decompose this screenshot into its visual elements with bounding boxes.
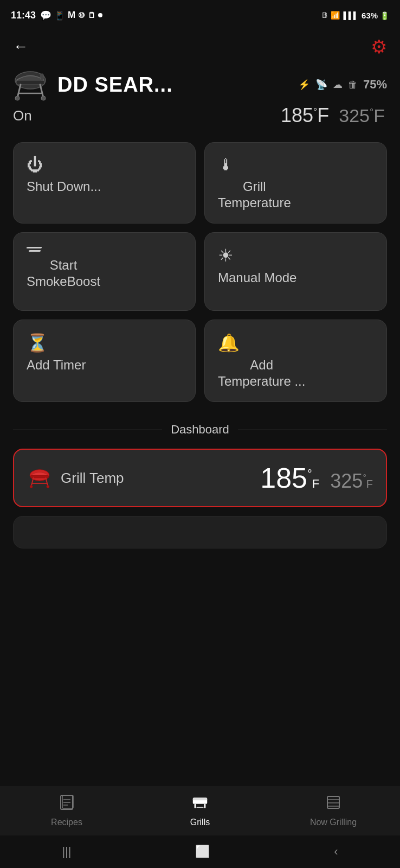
power-icon: ⏻: [27, 157, 43, 173]
settings-gear-icon[interactable]: ⚙: [371, 36, 387, 58]
divider-right: [238, 430, 387, 430]
device-current-temp: 185°F: [281, 104, 334, 126]
nav-item-grills[interactable]: Grills: [133, 794, 267, 827]
status-time-area: 11:43 💬 📱 M ⑩ 🗒: [11, 10, 102, 21]
svg-rect-22: [204, 804, 206, 808]
partial-dashboard-card: [13, 516, 387, 548]
sun-icon: ☀: [218, 247, 234, 264]
add-temperature-label: AddTemperature ...: [218, 357, 305, 390]
manual-mode-label: Manual Mode: [218, 270, 296, 286]
device-top-row: DD SEAR... ⚡ 📡 ☁ 🗑 75%: [11, 68, 387, 101]
grill-image-icon: [11, 68, 50, 101]
device-bluetooth-icon: ⚡: [298, 79, 310, 91]
time-display: 11:43: [11, 10, 36, 21]
android-home-button[interactable]: ⬜: [195, 845, 210, 859]
dashboard-title[interactable]: Dashboard: [171, 423, 229, 437]
battery-display: 63% 🔋: [362, 11, 389, 20]
add-temperature-button[interactable]: 🔔 AddTemperature ...: [204, 320, 387, 402]
nav-item-now-grilling[interactable]: Now Grilling: [267, 794, 400, 827]
grill-temp-name-label: Grill Temp: [61, 470, 124, 487]
device-pellet-icon: 🗑: [348, 79, 358, 91]
pellet-percentage: 75%: [363, 78, 387, 92]
device-cloud-icon: ☁: [333, 79, 343, 91]
grill-set-temp-value: 325°F: [330, 470, 373, 493]
nav-item-recipes[interactable]: Recipes: [0, 794, 133, 827]
grill-current-temp-value: 185°F: [260, 462, 319, 494]
device-status-row: On 185°F 325°F: [11, 104, 387, 127]
grill-temperature-label: GrillTemperature: [218, 178, 291, 211]
device-wifi-icon: 📡: [315, 79, 327, 91]
device-set-temp: 325°F: [339, 105, 385, 126]
manual-mode-button[interactable]: ☀ Manual Mode: [204, 232, 387, 311]
cellular-icon: ▌▌▌: [343, 11, 358, 20]
svg-line-3: [40, 85, 43, 98]
wifi-signal-icon: 📶: [331, 11, 340, 20]
svg-rect-21: [195, 804, 196, 808]
add-timer-button[interactable]: ⏳ Add Timer: [13, 320, 196, 402]
grill-temperature-button[interactable]: 🌡 GrillTemperature: [204, 142, 387, 224]
status-bar: 11:43 💬 📱 M ⑩ 🗒 𝔹 📶 ▌▌▌ 63% 🔋: [0, 0, 400, 28]
svg-point-13: [30, 485, 33, 488]
dashboard-section: Dashboard Grill Temp 185°F: [0, 423, 400, 548]
shut-down-button[interactable]: ⏻ Shut Down...: [13, 142, 196, 224]
status-right-icons: 𝔹 📶 ▌▌▌ 63% 🔋: [322, 11, 389, 20]
grill-temp-left: Grill Temp: [27, 467, 124, 489]
bell-icon: 🔔: [218, 334, 240, 352]
now-grilling-nav-icon: [325, 794, 341, 814]
grill-temp-card[interactable]: Grill Temp 185°F 325°F: [13, 449, 387, 507]
svg-point-5: [15, 96, 20, 100]
nav-header: ← ⚙: [0, 28, 400, 63]
svg-rect-7: [41, 74, 43, 80]
device-power-status: On: [13, 107, 32, 124]
recipes-nav-icon: [59, 794, 75, 814]
android-navigation-bar: ||| ⬜ ‹: [0, 835, 400, 868]
grill-temp-value-display: 185°F 325°F: [260, 462, 373, 494]
svg-line-11: [46, 478, 48, 486]
add-timer-label: Add Timer: [27, 357, 86, 373]
svg-rect-24: [196, 807, 203, 808]
divider-left: [13, 430, 162, 430]
android-back-button[interactable]: ‹: [334, 845, 338, 859]
thermometer-icon: 🌡: [218, 157, 234, 173]
grill-temp-icon: [27, 467, 52, 489]
dot-indicator: [98, 13, 102, 17]
shut-down-label: Shut Down...: [27, 178, 101, 195]
svg-point-14: [47, 485, 49, 488]
device-name-label: DD SEAR...: [57, 73, 291, 97]
dashboard-divider: Dashboard: [13, 423, 387, 437]
now-grilling-nav-label: Now Grilling: [310, 818, 357, 827]
battery-icon: 🔋: [380, 11, 389, 20]
bluetooth-icon: 𝔹: [322, 11, 327, 20]
svg-line-2: [17, 85, 21, 98]
svg-rect-16: [62, 795, 73, 808]
grills-nav-icon: [191, 794, 209, 814]
notification-icons: 💬 📱 M ⑩ 🗒: [40, 10, 102, 21]
device-connectivity-icons: ⚡ 📡 ☁ 🗑 75%: [298, 78, 387, 92]
battery-pct: 63%: [362, 11, 378, 20]
svg-line-10: [31, 478, 34, 486]
smoke-icon: [27, 247, 42, 252]
control-grid: ⏻ Shut Down... 🌡 GrillTemperature StartS…: [0, 127, 400, 407]
back-button[interactable]: ←: [13, 38, 28, 55]
device-header: DD SEAR... ⚡ 📡 ☁ 🗑 75% On 185°F 325°F: [0, 63, 400, 127]
device-temperature-display: 185°F 325°F: [281, 104, 385, 127]
svg-point-6: [41, 96, 46, 100]
smokeboost-label: StartSmokeBoost: [27, 257, 100, 290]
grills-nav-label: Grills: [190, 818, 210, 827]
timer-icon: ⏳: [27, 334, 48, 352]
bottom-navigation: Recipes Grills Now Grilling: [0, 787, 400, 835]
smokeboost-button[interactable]: StartSmokeBoost: [13, 232, 196, 311]
svg-rect-23: [193, 798, 207, 801]
android-recents-button[interactable]: |||: [62, 845, 71, 859]
recipes-nav-label: Recipes: [51, 818, 82, 827]
